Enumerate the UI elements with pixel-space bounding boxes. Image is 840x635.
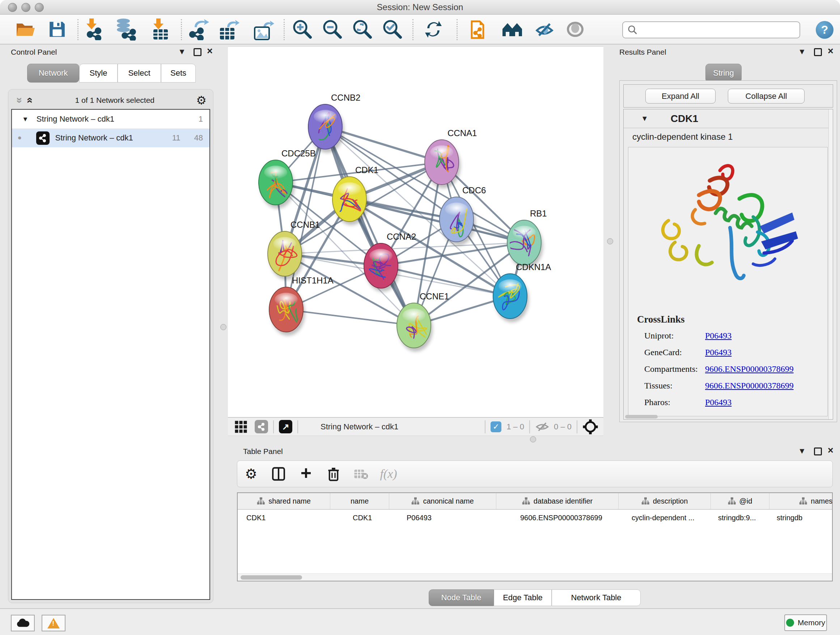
add-column-icon[interactable]: + [292, 462, 320, 484]
network-node-RB1[interactable]: RB1 [507, 209, 547, 269]
tab-node-table[interactable]: Node Table [429, 589, 494, 606]
results-panel-close-icon[interactable]: × [828, 46, 834, 57]
network-collection-row[interactable]: ▼ String Network – cdk1 1 [12, 110, 210, 128]
control-panel-float-icon[interactable] [194, 48, 202, 56]
refresh-view-button[interactable] [421, 17, 446, 42]
cell-description[interactable]: cyclin-dependent ... [619, 510, 711, 526]
memory-button[interactable]: Memory [784, 614, 827, 631]
scrollbar-thumb[interactable] [240, 575, 302, 580]
zoom-in-button[interactable] [290, 17, 315, 42]
cell-canonical-name[interactable]: P06493 [389, 510, 496, 526]
collapse-all-button[interactable]: Collapse All [728, 89, 805, 103]
control-panel-menu-icon[interactable]: ▼ [178, 47, 186, 57]
footer-separator [576, 420, 577, 433]
bottom-splitter-handle[interactable] [530, 436, 536, 442]
help-button[interactable]: ? [816, 21, 834, 39]
zoom-fit-button[interactable] [350, 17, 375, 42]
column-header[interactable]: namespace [769, 493, 833, 509]
zoom-selected-button[interactable] [380, 17, 405, 42]
cloud-status-button[interactable] [11, 615, 35, 631]
table-horizontal-scrollbar[interactable] [238, 573, 832, 581]
genecard-link[interactable]: P06493 [705, 348, 731, 357]
open-session-button[interactable] [13, 17, 38, 42]
selected-checkbox-icon[interactable]: ✓ [491, 421, 501, 432]
compartments-link[interactable]: 9606.ENSP00000378699 [705, 364, 794, 374]
right-splitter-handle[interactable] [607, 238, 613, 244]
gene-card-header[interactable]: ▼ CDK1 [624, 109, 833, 128]
cell-database-identifier[interactable]: 9606.ENSP00000378699 [496, 510, 619, 526]
column-header[interactable]: @id [711, 493, 769, 509]
control-panel-close-icon[interactable]: × [207, 46, 213, 57]
results-panel-float-icon[interactable] [814, 48, 822, 56]
network-node-CDKN1A[interactable]: CDKN1A [493, 262, 551, 322]
column-header[interactable]: shared name [238, 493, 330, 509]
network-edge[interactable] [325, 127, 414, 325]
network-edge[interactable] [286, 310, 414, 325]
pharos-link[interactable]: P06493 [705, 397, 731, 407]
export-table-button[interactable] [216, 17, 242, 42]
table-panel-float-icon[interactable] [814, 448, 822, 455]
tab-network[interactable]: Network [27, 64, 79, 82]
cell-namespace[interactable]: stringdb [769, 510, 833, 526]
tab-string-results[interactable]: String [706, 64, 742, 82]
warning-status-button[interactable] [42, 615, 65, 631]
import-network-button[interactable] [82, 17, 107, 42]
cell-id[interactable]: stringdb:9... [711, 510, 769, 526]
table-row[interactable]: CDK1 CDK1 P06493 9606.ENSP00000378699 cy… [238, 510, 832, 526]
network-node-HIST1H1A[interactable]: HIST1H1A [269, 276, 333, 336]
cell-shared-name[interactable]: CDK1 [238, 510, 330, 526]
network-node-CCNA1[interactable]: CCNA1 [425, 128, 477, 188]
detach-view-icon[interactable]: ↗ [279, 420, 292, 433]
column-header[interactable]: canonical name [389, 493, 496, 509]
column-header[interactable]: database identifier [496, 493, 619, 509]
column-header[interactable]: name [330, 493, 389, 509]
toolbar-search[interactable] [622, 21, 800, 38]
tab-network-table[interactable]: Network Table [552, 589, 641, 606]
network-node-CCNE1[interactable]: CCNE1 [397, 291, 449, 352]
string-view-icon[interactable] [255, 420, 268, 433]
tab-sets[interactable]: Sets [161, 64, 196, 82]
results-panel-menu-icon[interactable]: ▼ [798, 47, 806, 57]
memory-label: Memory [798, 618, 825, 627]
uniprot-link[interactable]: P06493 [705, 331, 731, 340]
tissues-link[interactable]: 9606.ENSP00000378699 [705, 381, 794, 391]
string-import-button[interactable] [467, 17, 493, 42]
string-home-button[interactable] [500, 17, 525, 42]
expand-all-button[interactable]: Expand All [645, 89, 715, 103]
tab-select[interactable]: Select [118, 64, 161, 82]
cell-name[interactable]: CDK1 [330, 510, 389, 526]
results-vertical-scrollbar[interactable] [829, 109, 833, 419]
gear-icon[interactable]: ⚙ [196, 93, 207, 107]
export-image-button[interactable] [251, 17, 276, 42]
left-splitter-handle[interactable] [220, 324, 226, 330]
grid-view-icon[interactable] [234, 420, 248, 433]
tab-edge-table[interactable]: Edge Table [494, 589, 552, 606]
column-header[interactable]: description [619, 493, 711, 509]
network-graph[interactable]: CCNB2CCNA1CDC25BCDK1CDC6RB1CCNB1CCNA2CDK… [228, 47, 603, 417]
node-label: CDK1 [355, 165, 378, 175]
save-session-button[interactable] [44, 17, 70, 42]
tab-style[interactable]: Style [79, 64, 118, 82]
hide-glass-button[interactable] [532, 17, 557, 42]
search-input[interactable] [638, 23, 799, 37]
zoom-out-button[interactable] [320, 17, 345, 42]
table-panel-close-icon[interactable]: × [828, 445, 834, 456]
network-node-CCNB2[interactable]: CCNB2 [308, 93, 360, 153]
show-glass-button[interactable] [562, 17, 588, 42]
gene-expander-icon[interactable]: ▼ [641, 114, 648, 123]
save-floppy-icon [48, 20, 66, 38]
show-columns-icon[interactable] [265, 467, 292, 481]
export-network-button[interactable] [187, 17, 212, 42]
results-horizontal-scrollbar[interactable] [625, 415, 658, 418]
tree-expander-icon[interactable]: ▼ [22, 116, 28, 123]
import-table-button[interactable] [148, 17, 173, 42]
table-panel-menu-icon[interactable]: ▼ [798, 447, 806, 456]
network-row[interactable]: • String Network – cdk1 11 48 [12, 128, 210, 147]
birdseye-navigator-icon[interactable] [583, 419, 598, 435]
import-network-from-database-button[interactable] [113, 17, 139, 42]
delete-column-trash-icon[interactable] [320, 466, 347, 481]
network-node-CCNB1[interactable]: CCNB1 [268, 220, 320, 280]
table-settings-gear-icon[interactable]: ⚙ [237, 466, 265, 482]
expand-all-icon[interactable]: « [24, 97, 36, 103]
network-view[interactable]: CCNB2CCNA1CDC25BCDK1CDC6RB1CCNB1CCNA2CDK… [228, 46, 603, 436]
